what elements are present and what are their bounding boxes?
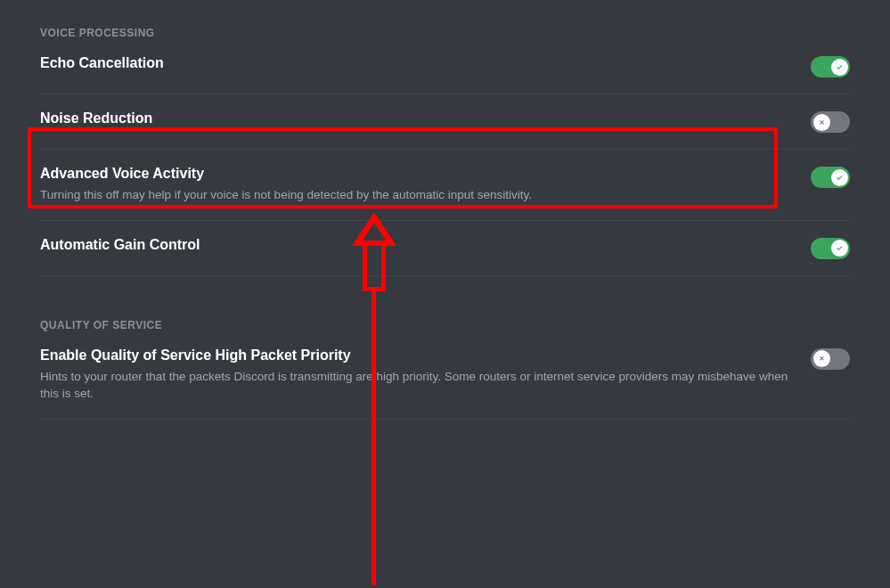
setting-text: Noise Reduction: [40, 110, 811, 132]
advanced-voice-activity-toggle[interactable]: [811, 167, 850, 188]
voice-processing-header: VOICE PROCESSING: [40, 27, 850, 39]
setting-text: Automatic Gain Control: [40, 237, 811, 258]
settings-panel: VOICE PROCESSING Echo Cancellation Noise…: [0, 0, 890, 420]
qos-packet-priority-row: Enable Quality of Service High Packet Pr…: [40, 347, 850, 420]
x-icon: [817, 354, 827, 363]
qos-packet-priority-toggle[interactable]: [811, 348, 850, 370]
quality-of-service-header: QUALITY OF SERVICE: [40, 319, 850, 331]
advanced-voice-activity-row: Advanced Voice Activity Turning this off…: [40, 166, 850, 221]
setting-text: Echo Cancellation: [40, 55, 811, 77]
automatic-gain-control-row: Automatic Gain Control: [40, 237, 850, 276]
automatic-gain-control-toggle[interactable]: [811, 238, 850, 259]
check-icon: [835, 173, 845, 183]
advanced-voice-activity-description: Turning this off may help if your voice …: [40, 187, 793, 204]
toggle-knob: [831, 59, 848, 76]
automatic-gain-control-label: Automatic Gain Control: [40, 237, 793, 253]
noise-reduction-label: Noise Reduction: [40, 110, 793, 127]
noise-reduction-row: Noise Reduction: [40, 110, 850, 150]
x-icon: [817, 118, 827, 127]
echo-cancellation-row: Echo Cancellation: [40, 55, 850, 94]
echo-cancellation-toggle[interactable]: [811, 56, 850, 78]
toggle-knob: [831, 240, 848, 257]
check-icon: [835, 243, 845, 253]
toggle-knob: [813, 350, 830, 367]
qos-packet-priority-description: Hints to your router that the packets Di…: [40, 369, 793, 403]
toggle-knob: [831, 169, 848, 186]
toggle-knob: [813, 114, 830, 131]
check-icon: [835, 62, 845, 72]
advanced-voice-activity-label: Advanced Voice Activity: [40, 166, 793, 182]
echo-cancellation-label: Echo Cancellation: [40, 55, 793, 71]
setting-text: Advanced Voice Activity Turning this off…: [40, 166, 811, 204]
setting-text: Enable Quality of Service High Packet Pr…: [40, 347, 811, 403]
noise-reduction-toggle[interactable]: [811, 111, 850, 133]
qos-packet-priority-label: Enable Quality of Service High Packet Pr…: [40, 347, 793, 363]
